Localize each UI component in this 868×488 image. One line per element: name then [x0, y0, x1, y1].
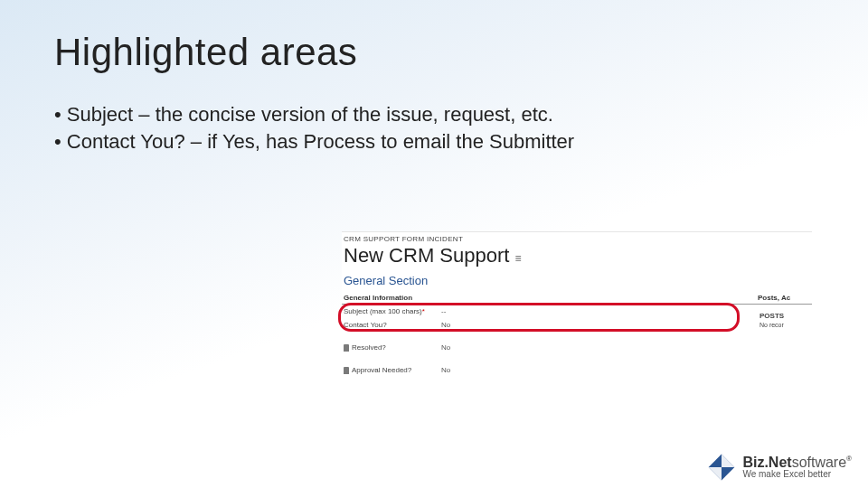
logo-brand: Biz.Netsoftware® [742, 455, 852, 470]
field-label: Resolved? [342, 343, 441, 352]
crm-breadcrumb: CRM SUPPORT FORM INCIDENT [342, 232, 812, 243]
crm-posts-panel: POSTS No recor [760, 312, 810, 328]
crm-page-title: New CRM Support ≡ [342, 243, 812, 272]
logo-tagline: We make Excel better [742, 470, 852, 479]
field-value: -- [441, 307, 812, 315]
crm-field-subject: Subject (max 100 chars)* -- [342, 305, 812, 318]
posts-empty-text: No recor [760, 322, 810, 328]
posts-header: POSTS [760, 312, 810, 320]
slide: Highlighted areas Subject – the concise … [0, 0, 868, 488]
bullet-item: Subject – the concise version of the iss… [54, 101, 814, 128]
crm-field-resolved: Resolved? No [342, 341, 812, 354]
chevron-down-icon: ≡ [514, 252, 521, 265]
crm-subheader: General Information Posts, Ac [342, 292, 812, 305]
crm-field-contact: Contact You? No [342, 318, 812, 332]
field-label: Contact You? [342, 321, 441, 329]
logo-text: Biz.Netsoftware® We make Excel better [742, 455, 852, 479]
bullet-list: Subject – the concise version of the iss… [54, 101, 814, 155]
crm-title-text: New CRM Support [344, 244, 509, 267]
bullet-item: Contact You? – if Yes, has Process to em… [54, 128, 814, 155]
logo-mark-icon [708, 454, 735, 481]
crm-section-header: General Section [342, 272, 812, 292]
crm-subheader-left: General Information [342, 294, 758, 302]
crm-field-approval: Approval Needed? No [342, 363, 812, 377]
footer-logo: Biz.Netsoftware® We make Excel better [708, 454, 852, 481]
crm-subheader-right: Posts, Ac [758, 294, 812, 302]
crm-body: General Information Posts, Ac Subject (m… [342, 292, 812, 377]
field-value: No [441, 366, 812, 374]
field-value: No [441, 343, 812, 352]
crm-screenshot: CRM SUPPORT FORM INCIDENT New CRM Suppor… [342, 231, 812, 377]
crm-fields: Subject (max 100 chars)* -- Contact You?… [342, 305, 812, 377]
field-label: Approval Needed? [342, 366, 441, 374]
field-label: Subject (max 100 chars)* [342, 307, 441, 315]
slide-title: Highlighted areas [54, 31, 814, 74]
field-value: No [441, 321, 812, 329]
